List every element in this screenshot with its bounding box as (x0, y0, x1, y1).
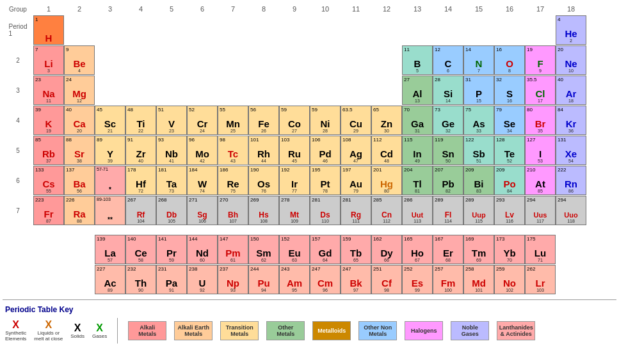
element-Fr[interactable]: 223 Fr 87 (33, 196, 64, 225)
element-Uup[interactable]: 289 Uup 115 (463, 196, 494, 225)
element-Tl[interactable]: 204 Tl 81 (402, 166, 433, 195)
element-No[interactable]: 259 No 102 (494, 265, 525, 294)
element-C[interactable]: 12 C 6 (433, 45, 463, 75)
element-Ir[interactable]: 192 Ir 77 (279, 166, 310, 195)
element-Ti[interactable]: 48 Ti 22 (125, 106, 156, 135)
element-Sm[interactable]: 150 Sm 62 (248, 235, 279, 264)
element-Pt[interactable]: 195 Pt 78 (310, 166, 341, 195)
element-Be[interactable]: 9 Be 4 (64, 45, 95, 75)
element-S[interactable]: 32 S 16 (494, 75, 525, 105)
element-Hs[interactable]: 269 Hs 108 (248, 196, 279, 225)
element-Rb[interactable]: 85 Rb 37 (33, 136, 64, 165)
element-Uus[interactable]: 294 Uus 117 (525, 196, 556, 225)
element-Bk[interactable]: 247 Bk 97 (341, 265, 371, 294)
element-Sr[interactable]: 88 Sr 38 (64, 136, 95, 165)
element-Np[interactable]: 237 Np 93 (218, 265, 248, 294)
element-Re[interactable]: 186 Re 75 (218, 166, 248, 195)
element-Xe[interactable]: 131 Xe 54 (556, 136, 586, 165)
element-Cu[interactable]: 63.5 Cu 29 (341, 106, 371, 135)
element-Ho[interactable]: 165 Ho 67 (402, 235, 433, 264)
element-Mo[interactable]: 96 Mo 42 (187, 136, 218, 165)
element-Pm[interactable]: 147 Pm 61 (218, 235, 248, 264)
element-W[interactable]: 184 W 74 (187, 166, 218, 195)
element-Se[interactable]: 79 Se 34 (494, 106, 525, 135)
element-Nd[interactable]: 144 Nd 60 (187, 235, 218, 264)
element-Lu[interactable]: 175 Lu 71 (525, 235, 556, 264)
element-Mn[interactable]: 55 Mn 25 (218, 106, 248, 135)
element-B[interactable]: 11 B 5 (402, 45, 433, 75)
element-Br[interactable]: 80 Br 35 (525, 106, 556, 135)
element-Sb[interactable]: 122 Sb 51 (463, 136, 494, 165)
element-Rf[interactable]: 267 Rf 104 (125, 196, 156, 225)
element-Ar[interactable]: 40 Ar 18 (556, 75, 586, 105)
element-Ac[interactable]: 227 Ac 89 (95, 265, 125, 294)
element-Cf[interactable]: 251 Cf 98 (371, 265, 402, 294)
element-Lr[interactable]: 262 Lr 103 (525, 265, 556, 294)
element-Ga[interactable]: 70 Ga 31 (402, 106, 433, 135)
element-Bh[interactable]: 270 Bh 107 (218, 196, 248, 225)
element-Te[interactable]: 128 Te 52 (494, 136, 525, 165)
element-I[interactable]: 127 I 53 (525, 136, 556, 165)
element-Tm[interactable]: 169 Tm 69 (463, 235, 494, 264)
element-Ra[interactable]: 226 Ra 88 (64, 196, 95, 225)
element-K[interactable]: 39 K 19 (33, 106, 64, 135)
element-Pr[interactable]: 141 Pr 59 (156, 235, 187, 264)
element-Dy[interactable]: 162 Dy 66 (371, 235, 402, 264)
element-Th[interactable]: 232 Th 90 (125, 265, 156, 294)
element-Cd[interactable]: 112 Cd 48 (371, 136, 402, 165)
element-Gd[interactable]: 157 Gd 64 (310, 235, 341, 264)
element-Cl[interactable]: 35.5 Cl 17 (525, 75, 556, 105)
element-Mg[interactable]: 24 Mg 12 (64, 75, 95, 105)
element-Fe[interactable]: 56 Fe 26 (248, 106, 279, 135)
element-V[interactable]: 51 V 23 (156, 106, 187, 135)
element-Zn[interactable]: 65 Zn 30 (371, 106, 402, 135)
element-Uut[interactable]: 286 Uut 113 (402, 196, 433, 225)
element-Bi[interactable]: 209 Bi 83 (463, 166, 494, 195)
element-Md[interactable]: 258 Md 101 (463, 265, 494, 294)
element-Os[interactable]: 190 Os 76 (248, 166, 279, 195)
element-Fm[interactable]: 257 Fm 100 (433, 265, 463, 294)
element-Cn[interactable]: 285 Cn 112 (371, 196, 402, 225)
element-Ni[interactable]: 59 Ni 28 (310, 106, 341, 135)
element-At[interactable]: 210 At 85 (525, 166, 556, 195)
element-Eu[interactable]: 152 Eu 63 (279, 235, 310, 264)
element-Ac-Lr[interactable]: 89-103 ** (95, 196, 125, 225)
element-Ag[interactable]: 108 Ag 47 (341, 136, 371, 165)
element-As[interactable]: 75 As 33 (463, 106, 494, 135)
element-Sn[interactable]: 119 Sn 50 (433, 136, 463, 165)
element-Pa[interactable]: 231 Pa 91 (156, 265, 187, 294)
element-He[interactable]: 4 He 2 (556, 15, 586, 45)
element-Fl[interactable]: 289 Fl 114 (433, 196, 463, 225)
element-Kr[interactable]: 84 Kr 36 (556, 106, 586, 135)
element-Tc[interactable]: 98 Tc 43 (218, 136, 248, 165)
element-N[interactable]: 14 N 7 (463, 45, 494, 75)
element-Pb[interactable]: 207 Pb 82 (433, 166, 463, 195)
element-Am[interactable]: 243 Am 95 (279, 265, 310, 294)
element-Mt[interactable]: 278 Mt 109 (279, 196, 310, 225)
element-Pd[interactable]: 106 Pd 46 (310, 136, 341, 165)
element-Y[interactable]: 89 Y 39 (95, 136, 125, 165)
element-Sc[interactable]: 45 Sc 21 (95, 106, 125, 135)
element-Cm[interactable]: 247 Cm 96 (310, 265, 341, 294)
element-Al[interactable]: 27 Al 13 (402, 75, 433, 105)
element-Ru[interactable]: 103 Ru 45 (279, 136, 310, 165)
element-U[interactable]: 238 U 92 (187, 265, 218, 294)
element-Er[interactable]: 167 Er 68 (433, 235, 463, 264)
element-O[interactable]: 16 O 8 (494, 45, 525, 75)
element-Ne[interactable]: 20 Ne 10 (556, 45, 586, 75)
element-Cr[interactable]: 52 Cr 24 (187, 106, 218, 135)
element-Au[interactable]: 197 Au 79 (341, 166, 371, 195)
element-Cs[interactable]: 133 Cs 55 (33, 166, 64, 195)
element-Hg[interactable]: 201 Hg 80 (371, 166, 402, 195)
element-Ca[interactable]: 40 Ca 20 (64, 106, 95, 135)
element-Si[interactable]: 28 Si 14 (433, 75, 463, 105)
element-Na[interactable]: 23 Na 11 (33, 75, 64, 105)
element-Uuo[interactable]: 294 Uuo 118 (556, 196, 586, 225)
element-Lv[interactable]: 293 Lv 116 (494, 196, 525, 225)
element-Po[interactable]: 209 Po 84 (494, 166, 525, 195)
element-Ge[interactable]: 73 Ge 32 (433, 106, 463, 135)
element-La-Lu[interactable]: 57-71 * (95, 166, 125, 195)
element-Db[interactable]: 268 Db 105 (156, 196, 187, 225)
element-Tb[interactable]: 159 Tb 65 (341, 235, 371, 264)
element-Rn[interactable]: 222 Rn 86 (556, 166, 586, 195)
